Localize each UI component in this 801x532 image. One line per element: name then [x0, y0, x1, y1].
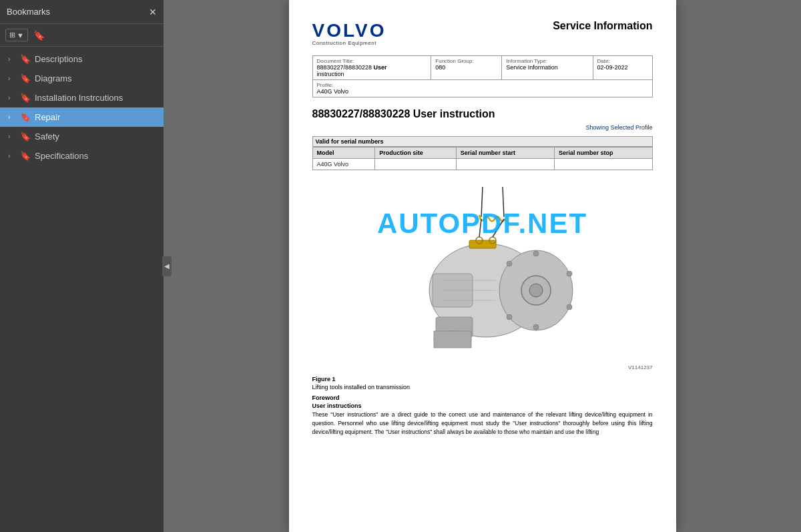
sidebar-item-diagrams[interactable]: › 🔖 Diagrams	[0, 69, 164, 88]
expand-arrow-safety: ›	[8, 133, 16, 140]
svg-point-4	[533, 251, 539, 256]
sidebar-title: Bookmarks	[7, 7, 50, 17]
expand-arrow-diagrams: ›	[8, 75, 16, 82]
profile-label: Profile:	[317, 82, 648, 88]
serial-cell-stop	[555, 159, 652, 170]
main-content: VOLVO Construction Equipment Service Inf…	[164, 0, 801, 532]
svg-line-1	[503, 187, 504, 217]
serial-cell-start	[456, 159, 554, 170]
service-info-title: Service Information	[553, 20, 652, 32]
grid-icon: ⊞	[9, 31, 15, 39]
serial-numbers-table: Valid for serial numbers Model Productio…	[312, 136, 653, 170]
svg-line-19	[479, 219, 481, 237]
profile-value: A40G Volvo	[317, 88, 648, 95]
sidebar-item-label-descriptions: Descriptions	[35, 54, 83, 64]
sidebar-item-label-safety: Safety	[35, 131, 59, 142]
user-instructions-heading: User instructions	[312, 403, 653, 409]
document-header: VOLVO Construction Equipment Service Inf…	[312, 20, 653, 46]
info-table: Document Title: 88830227/88830228 User i…	[312, 55, 653, 97]
serial-col-stop: Serial number stop	[555, 148, 652, 159]
close-button[interactable]: ✕	[149, 7, 157, 17]
info-cell-info-type: Information Type: Service Information	[502, 56, 593, 80]
document-page: VOLVO Construction Equipment Service Inf…	[289, 0, 676, 532]
bookmark-sym-installation: 🔖	[20, 93, 31, 103]
document-title-value: 88830227/88830228 User instruction	[317, 64, 427, 77]
svg-rect-15	[434, 331, 471, 348]
sidebar-item-label-installation: Installation Instrcutions	[35, 93, 123, 103]
svg-point-11	[529, 284, 543, 297]
sidebar-toolbar: ⊞ ▼ 🔖	[0, 24, 164, 47]
info-type-label: Information Type:	[506, 58, 588, 64]
svg-point-5	[533, 324, 539, 330]
figure-caption-text: Lifting tools installed on transmission	[312, 384, 653, 390]
function-group-label: Function Group:	[435, 58, 497, 64]
volvo-logo-text: VOLVO	[312, 20, 386, 41]
info-cell-document-title: Document Title: 88830227/88830228 User i…	[312, 56, 431, 80]
sidebar-item-label-repair: Repair	[35, 112, 60, 122]
foreword-heading: Foreword	[312, 394, 653, 401]
sidebar-item-descriptions[interactable]: › 🔖 Descriptions	[0, 49, 164, 69]
bookmark-icon-button[interactable]: 🔖	[32, 29, 46, 42]
document-title-label: Document Title:	[317, 58, 427, 64]
sidebar-item-label-specifications: Specifications	[35, 151, 88, 161]
date-value: 02-09-2022	[597, 64, 648, 71]
serial-row-0: A40G Volvo	[312, 159, 652, 170]
function-group-value: 080	[435, 64, 497, 71]
info-cell-date: Date: 02-09-2022	[593, 56, 652, 80]
serial-col-production: Production site	[375, 148, 457, 159]
svg-point-6	[567, 271, 572, 276]
svg-point-8	[507, 261, 512, 266]
date-label: Date:	[597, 58, 648, 64]
body-text-content: These "User instructions" are a direct g…	[312, 411, 653, 436]
svg-line-20	[493, 219, 504, 237]
figure-label: Figure 1	[312, 376, 653, 382]
bookmark-sym-safety: 🔖	[20, 131, 31, 142]
svg-point-7	[567, 304, 572, 310]
sidebar: Bookmarks ✕ ⊞ ▼ 🔖 › 🔖 Descriptions › 🔖 D…	[0, 0, 164, 532]
bookmark-sym-diagrams: 🔖	[20, 73, 31, 83]
expand-arrow-specifications: ›	[8, 152, 16, 160]
svg-point-9	[507, 314, 512, 320]
sidebar-item-installation[interactable]: › 🔖 Installation Instrcutions	[0, 88, 164, 107]
expand-arrow-repair: ›	[8, 113, 16, 121]
bookmark-sym-descriptions: 🔖	[20, 54, 31, 64]
sidebar-items-list: › 🔖 Descriptions › 🔖 Diagrams › 🔖 Instal…	[0, 47, 164, 532]
transmission-svg	[376, 187, 589, 367]
sidebar-item-repair[interactable]: › 🔖 Repair	[0, 107, 164, 127]
showing-profile-text: Showing Selected Profile	[312, 124, 653, 131]
serial-cell-model: A40G Volvo	[312, 159, 375, 170]
expand-arrow-installation: ›	[8, 94, 16, 101]
serial-table-caption: Valid for serial numbers	[312, 136, 653, 147]
collapse-arrow-icon: ◀	[164, 262, 170, 270]
document-main-title: 88830227/88830228 User instruction	[312, 108, 653, 120]
sidebar-item-label-diagrams: Diagrams	[35, 73, 72, 83]
transmission-illustration: V1141237	[312, 184, 653, 370]
collapse-handle[interactable]: ◀	[162, 256, 172, 276]
sidebar-item-safety[interactable]: › 🔖 Safety	[0, 127, 164, 146]
expand-arrow-descriptions: ›	[8, 55, 16, 63]
image-ref: V1141237	[628, 364, 652, 370]
dropdown-arrow: ▼	[17, 31, 24, 39]
serial-cell-production	[375, 159, 457, 170]
info-type-value: Service Information	[506, 64, 588, 71]
bookmark-icon: 🔖	[33, 30, 45, 41]
toolbar-dropdown-button[interactable]: ⊞ ▼	[5, 29, 28, 41]
bookmark-sym-specifications: 🔖	[20, 151, 31, 161]
svg-line-0	[481, 187, 483, 217]
serial-col-start: Serial number start	[456, 148, 554, 159]
sidebar-item-specifications[interactable]: › 🔖 Specifications	[0, 146, 164, 166]
bookmark-sym-repair: 🔖	[20, 112, 31, 122]
volvo-logo: VOLVO Construction Equipment	[312, 20, 386, 46]
sidebar-header: Bookmarks ✕	[0, 0, 164, 24]
info-cell-function-group: Function Group: 080	[431, 56, 502, 80]
volvo-logo-subtitle: Construction Equipment	[312, 40, 386, 46]
info-cell-profile: Profile: A40G Volvo	[312, 80, 652, 97]
serial-col-model: Model	[312, 148, 375, 159]
